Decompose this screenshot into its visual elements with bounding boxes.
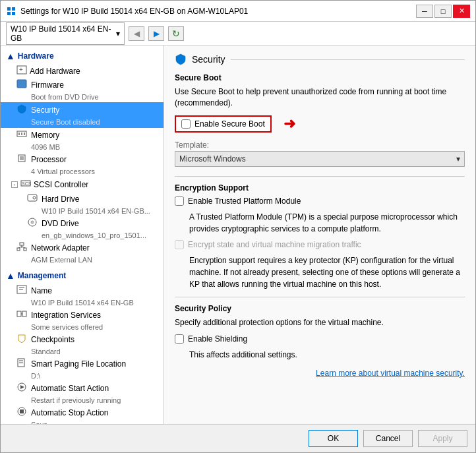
checkpoints-sublabel: Standard [16,347,61,355]
svg-rect-28 [17,311,21,317]
sidebar-item-auto-stop[interactable]: Automatic Stop Action Save [1,406,164,424]
sidebar-item-integration-services[interactable]: Integration Services Some services offer… [1,308,164,332]
security-label: Security [31,106,59,115]
tpm-checkbox[interactable] [175,196,184,206]
enable-secure-boot-label: Enable Secure Boot [194,119,265,129]
shielding-checkbox[interactable] [175,334,184,344]
hardware-expand-icon: ▲ [6,51,15,61]
hard-drive-sublabel: W10 IP Build 15014 x64 EN-GB... [27,207,150,215]
template-dropdown-icon: ▾ [456,154,460,164]
firmware-sublabel: Boot from DVD Drive [16,93,99,101]
sidebar-item-hard-drive[interactable]: Hard Drive W10 IP Build 15014 x64 EN-GB.… [1,192,164,216]
firmware-icon [16,79,27,90]
template-field: Template: Microsoft Windows ▾ [175,140,465,167]
svg-point-18 [31,221,34,224]
sidebar-item-add-hardware[interactable]: + Add Hardware [1,64,164,78]
panel-divider [231,59,465,60]
scsi-icon: SCSI [20,179,31,190]
panel-header: Security [175,53,465,65]
svg-rect-1 [12,7,15,11]
dvd-sublabel: en_gb_windows_10_pro_1501... [27,231,146,239]
window-title: Settings for W10 IP Build 15014 x64 EN-G… [20,7,248,16]
learn-more-link[interactable]: Learn more about virtual machine securit… [316,369,465,378]
management-section-label: Management [18,271,66,280]
vm-dropdown[interactable]: W10 IP Build 15014 x64 EN-GB ▾ [6,22,125,45]
nav-forward-button[interactable]: ▶ [148,26,164,41]
security-policy-section: Security Policy Specify additional prote… [175,304,465,378]
panel-title: Security [192,54,225,65]
memory-label: Memory [31,131,59,140]
separator-2 [175,297,465,297]
sidebar-item-firmware[interactable]: Firmware Boot from DVD Drive [1,78,164,102]
sidebar-item-dvd-drive[interactable]: DVD Drive en_gb_windows_10_pro_1501... [1,216,164,241]
security-sublabel: Secure Boot disabled [16,118,100,126]
svg-rect-38 [20,409,24,413]
encryption-section: Encryption Support Enable Trusted Platfo… [175,183,465,290]
sidebar-item-name[interactable]: Name W10 IP Build 15014 x64 EN-GB [1,284,164,308]
svg-rect-0 [7,7,11,11]
sidebar-item-scsi-controller[interactable]: - SCSI SCSI Controller [1,177,164,192]
svg-rect-20 [17,248,20,251]
add-hardware-icon: + [16,65,27,76]
checkpoints-label: Checkpoints [31,335,74,344]
minimize-button[interactable]: ─ [416,5,433,18]
integration-sublabel: Some services offered [16,323,103,331]
paging-icon [16,358,27,369]
svg-rect-8 [18,133,20,135]
encrypt-traffic-label: Encrypt state and virtual machine migrat… [188,240,361,249]
window-icon [6,6,16,16]
integration-icon [16,309,27,320]
memory-icon [16,129,27,140]
template-label: Template: [175,140,465,150]
secure-boot-description: Use Secure Boot to help prevent unauthor… [175,86,465,109]
encrypt-traffic-checkbox[interactable] [175,240,184,249]
scsi-label: SCSI Controller [34,180,88,189]
title-bar-controls: ─ □ ✕ [416,5,470,18]
dropdown-arrow-icon: ▾ [116,29,120,38]
apply-button[interactable]: Apply [418,430,467,447]
content-area: ▲ Hardware + Add Hardware Firmware Boot … [1,45,475,424]
ok-button[interactable]: OK [309,430,358,447]
auto-stop-label: Automatic Stop Action [31,408,108,417]
auto-start-sublabel: Restart if previously running [16,396,121,404]
dvd-icon [27,218,38,229]
management-expand-icon: ▲ [6,270,15,281]
svg-rect-10 [24,133,25,135]
sidebar-item-processor[interactable]: Processor 4 Virtual processors [1,152,164,177]
sidebar-item-auto-start[interactable]: Automatic Start Action Restart if previo… [1,381,164,406]
red-arrow-icon: ➜ [283,115,295,133]
security-policy-title: Security Policy [175,304,465,313]
autostart-icon [16,382,27,394]
sidebar-item-smart-paging[interactable]: Smart Paging File Location D:\ [1,357,164,381]
processor-label: Processor [31,155,67,164]
network-sublabel: AGM External LAN [16,256,92,264]
svg-rect-12 [20,156,24,160]
dvd-drive-label: DVD Drive [42,219,79,228]
nav-refresh-button[interactable]: ↻ [168,26,184,41]
template-value: Microsoft Windows [179,154,246,164]
hard-drive-label: Hard Drive [42,195,79,204]
sidebar-item-checkpoints[interactable]: Checkpoints Standard [1,332,164,357]
main-window: Settings for W10 IP Build 15014 x64 EN-G… [0,0,476,453]
close-button[interactable]: ✕ [453,5,470,18]
learn-more-link-container: Learn more about virtual machine securit… [175,369,465,378]
maximize-button[interactable]: □ [434,5,452,18]
svg-marker-31 [18,335,25,343]
svg-rect-19 [20,243,24,245]
sidebar-item-network-adapter[interactable]: Network Adapter AGM External LAN [1,241,164,265]
management-section-header[interactable]: ▲ Management [1,268,164,284]
sidebar-item-security[interactable]: Security Secure Boot disabled [1,102,164,128]
svg-rect-3 [12,12,15,15]
add-hardware-label: Add Hardware [30,67,80,76]
secure-boot-section: Secure Boot Use Secure Boot to help prev… [175,73,465,167]
nav-back-button[interactable]: ◀ [129,26,144,41]
network-adapter-label: Network Adapter [31,243,90,253]
svg-point-16 [33,196,36,199]
hardware-section-header[interactable]: ▲ Hardware [1,48,164,64]
cancel-button[interactable]: Cancel [363,430,413,447]
enable-secure-boot-checkbox[interactable] [181,119,191,129]
encrypt-traffic-row: Encrypt state and virtual machine migrat… [175,240,465,249]
sidebar-item-memory[interactable]: Memory 4096 MB [1,128,164,152]
name-icon [16,285,27,296]
template-select[interactable]: Microsoft Windows ▾ [175,151,465,167]
